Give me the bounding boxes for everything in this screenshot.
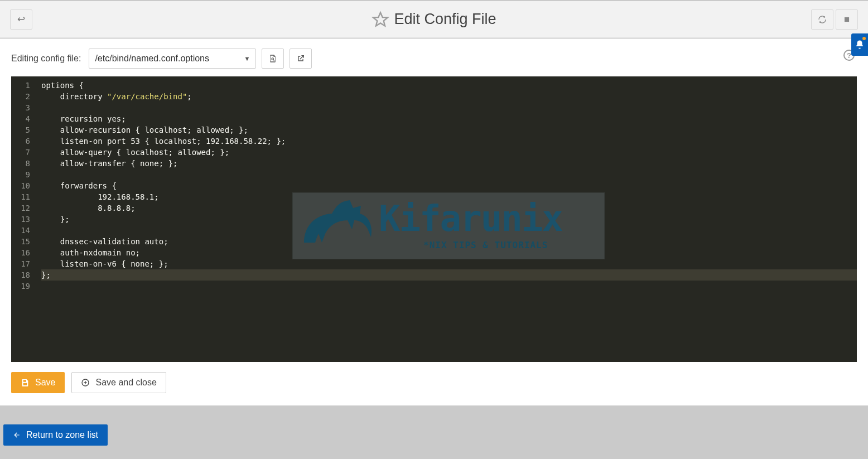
save-icon bbox=[21, 378, 30, 387]
code-line[interactable]: directory "/var/cache/bind"; bbox=[41, 91, 857, 102]
code-line[interactable]: recursion yes; bbox=[41, 113, 857, 124]
code-line[interactable] bbox=[41, 169, 857, 180]
stop-button[interactable] bbox=[836, 9, 858, 30]
line-number: 15 bbox=[15, 236, 30, 247]
bell-icon bbox=[855, 40, 865, 50]
code-line[interactable]: forwarders { bbox=[41, 180, 857, 191]
star-icon bbox=[372, 11, 389, 28]
config-file-select[interactable]: /etc/bind/named.conf.options ▼ bbox=[89, 49, 256, 69]
action-bar: Save Save and close bbox=[0, 362, 868, 405]
code-line[interactable]: allow-transfer { none; }; bbox=[41, 158, 857, 169]
save-label: Save bbox=[35, 378, 55, 388]
line-number: 14 bbox=[15, 225, 30, 236]
save-and-close-button[interactable]: Save and close bbox=[71, 372, 166, 393]
notifications-button[interactable] bbox=[851, 33, 868, 56]
circle-plus-icon bbox=[81, 378, 90, 387]
line-number: 13 bbox=[15, 214, 30, 225]
line-number: 8 bbox=[15, 158, 30, 169]
code-line[interactable]: }; bbox=[41, 269, 857, 281]
code-line[interactable]: allow-query { localhost; allowed; }; bbox=[41, 147, 857, 158]
search-file-button[interactable] bbox=[262, 49, 284, 69]
line-number: 3 bbox=[15, 102, 30, 113]
svg-rect-1 bbox=[845, 17, 849, 21]
save-and-close-label: Save and close bbox=[95, 378, 156, 388]
code-line[interactable] bbox=[41, 281, 857, 292]
svg-marker-0 bbox=[374, 12, 388, 26]
config-file-selected: /etc/bind/named.conf.options bbox=[95, 54, 209, 64]
code-line[interactable] bbox=[41, 225, 857, 236]
code-content[interactable]: Kifarunix *NIX TIPS & TUTORIALS options … bbox=[36, 76, 857, 362]
code-line[interactable]: allow-recursion { localhost; allowed; }; bbox=[41, 124, 857, 136]
editing-file-label: Editing config file: bbox=[11, 54, 81, 64]
open-external-button[interactable] bbox=[290, 49, 312, 69]
line-number: 16 bbox=[15, 247, 30, 258]
stop-icon bbox=[843, 16, 851, 23]
chevron-down-icon: ▼ bbox=[244, 55, 250, 62]
back-button[interactable]: ↩ bbox=[10, 9, 32, 30]
code-editor[interactable]: 12345678910111213141516171819 Kifarunix … bbox=[11, 76, 857, 362]
line-number: 17 bbox=[15, 258, 30, 269]
line-number: 18 bbox=[15, 269, 30, 281]
line-number: 10 bbox=[15, 180, 30, 191]
line-number: 6 bbox=[15, 136, 30, 147]
line-number-gutter: 12345678910111213141516171819 bbox=[11, 76, 36, 362]
line-number: 9 bbox=[15, 169, 30, 180]
help-icon: ? bbox=[847, 51, 851, 60]
page-title: Edit Config File bbox=[394, 11, 496, 28]
file-toolbar: Editing config file: /etc/bind/named.con… bbox=[0, 38, 868, 76]
external-link-icon bbox=[296, 54, 305, 63]
footer-bar: Return to zone list bbox=[0, 405, 868, 456]
code-line[interactable]: options { bbox=[41, 80, 857, 91]
code-line[interactable]: listen-on port 53 { localhost; 192.168.5… bbox=[41, 136, 857, 147]
code-line[interactable]: 192.168.58.1; bbox=[41, 191, 857, 202]
notification-dot-icon bbox=[862, 37, 866, 40]
line-number: 5 bbox=[15, 124, 30, 136]
line-number: 12 bbox=[15, 202, 30, 214]
page-header: ↩ Edit Config File bbox=[0, 1, 868, 38]
return-to-zone-list-button[interactable]: Return to zone list bbox=[3, 424, 108, 446]
code-line[interactable] bbox=[41, 102, 857, 113]
back-arrow-icon: ↩ bbox=[17, 13, 25, 25]
code-line[interactable]: auth-nxdomain no; bbox=[41, 247, 857, 258]
line-number: 4 bbox=[15, 113, 30, 124]
refresh-button[interactable] bbox=[811, 9, 833, 30]
arrow-left-icon bbox=[13, 431, 21, 439]
refresh-icon bbox=[818, 15, 827, 24]
code-line[interactable]: dnssec-validation auto; bbox=[41, 236, 857, 247]
return-label: Return to zone list bbox=[26, 430, 98, 440]
code-line[interactable]: listen-on-v6 { none; }; bbox=[41, 258, 857, 269]
code-line[interactable]: }; bbox=[41, 214, 857, 225]
line-number: 1 bbox=[15, 80, 30, 91]
code-line[interactable]: 8.8.8.8; bbox=[41, 202, 857, 214]
line-number: 19 bbox=[15, 281, 30, 292]
line-number: 7 bbox=[15, 147, 30, 158]
save-button[interactable]: Save bbox=[11, 372, 65, 393]
svg-line-3 bbox=[273, 60, 274, 61]
line-number: 2 bbox=[15, 91, 30, 102]
file-search-icon bbox=[268, 54, 277, 64]
line-number: 11 bbox=[15, 191, 30, 202]
